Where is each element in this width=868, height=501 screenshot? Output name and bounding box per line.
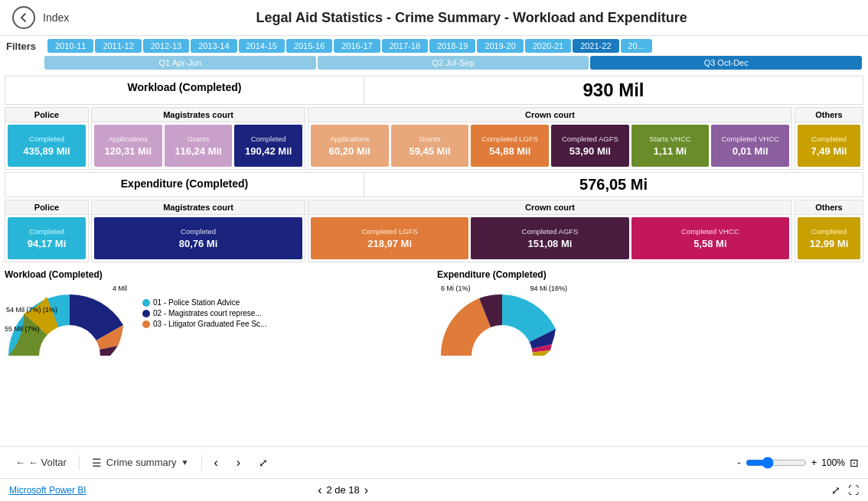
footer-fullscreen-icon[interactable]: ⛶ <box>848 484 859 496</box>
workload-mag-applications-card: Applications 120,31 Mil <box>94 125 162 167</box>
menu-icon: ☰ <box>92 457 102 469</box>
exp-police-completed-card: Completed 94,17 Mi <box>8 217 86 259</box>
card-label: Completed LGFS <box>481 135 537 143</box>
card-value: 7,49 Mil <box>811 145 847 157</box>
workload-donut-wrap: 4 Mil 54 Mil (7%) (1%) 55 Mil (7%) <box>5 283 135 369</box>
year-tab-2014[interactable]: 2014-15 <box>239 39 285 53</box>
expenditure-label: Expenditure (Completed) <box>5 172 364 197</box>
footer-export-icon[interactable]: ⤢ <box>831 484 840 496</box>
exp-crown-group: Crown court Completed LGFS 218,97 Mi Com… <box>308 200 792 262</box>
charts-area: Workload (Completed) <box>5 265 863 369</box>
year-tab-2015[interactable]: 2015-16 <box>286 39 332 53</box>
workload-crown-lgfs-card: Completed LGFS 54,88 Mil <box>471 125 549 167</box>
year-tab-2020[interactable]: 2020-21 <box>525 39 571 53</box>
powerbi-link[interactable]: Microsoft Power BI <box>9 485 86 496</box>
exp-magistrates-cards: Completed 80,76 Mi <box>92 215 305 262</box>
exp-crown-lgfs-card: Completed LGFS 218,97 Mi <box>311 217 468 259</box>
zoom-slider[interactable] <box>746 457 807 469</box>
exp-others-group: Others Completed 12,99 Mi <box>795 200 863 262</box>
toolbar-separator-1 <box>79 455 80 470</box>
exp-crown-header: Crown court <box>308 200 791 215</box>
quarter-tab-q1[interactable]: Q1 Apr-Jun <box>44 56 316 70</box>
workload-annotation-55mil: 55 Mil (7%) <box>5 325 40 333</box>
expenditure-donut-svg <box>437 283 567 367</box>
expand-button[interactable]: ⤢ <box>253 455 274 470</box>
exp-mag-completed-card: Completed 80,76 Mi <box>94 217 302 259</box>
back-arrow-icon: ← <box>15 457 25 468</box>
year-tab-2016[interactable]: 2016-17 <box>334 39 380 53</box>
workload-chart-title: Workload (Completed) <box>5 269 431 280</box>
year-tab-2011[interactable]: 2011-12 <box>95 39 141 53</box>
card-label: Completed <box>181 227 216 236</box>
workload-others-cards: Completed 7,49 Mil <box>795 122 863 169</box>
bottom-toolbar: ← ← Voltar ☰ Crime summary ▼ ‹ › ⤢ - + 1… <box>0 446 868 478</box>
year-tab-2010[interactable]: 2010-11 <box>47 39 93 53</box>
workload-magistrates-header: Magistrates court <box>92 108 305 122</box>
footer-next-icon[interactable]: › <box>364 483 368 497</box>
expenditure-section-header: Expenditure (Completed) 576,05 Mi <box>5 172 863 197</box>
legend-dot-01 <box>142 299 150 307</box>
year-tab-2021[interactable]: 2021-22 <box>573 39 618 53</box>
workload-crown-vhcc-comp-card: Completed VHCC 0,01 Mil <box>711 125 789 167</box>
next-page-button[interactable]: › <box>230 454 246 471</box>
exp-crown-agfs-card: Completed AGFS 151,08 Mi <box>471 217 628 259</box>
index-link[interactable]: Index <box>43 11 69 24</box>
workload-crown-agfs-card: Completed AGFS 53,90 Mil <box>551 125 629 167</box>
year-tabs: 2010-11 2011-12 2012-13 2013-14 2014-15 … <box>47 39 862 53</box>
workload-chart-block: Workload (Completed) <box>5 269 431 369</box>
footer-prev-icon[interactable]: ‹ <box>318 483 321 497</box>
card-label: Completed <box>811 227 847 236</box>
legend-label-01: 01 - Police Station Advice <box>153 298 240 307</box>
card-value: 190,42 Mil <box>245 145 292 157</box>
year-tab-2018[interactable]: 2018-19 <box>429 39 475 53</box>
legend-item-02: 02 - Magistrates court represe... <box>142 309 266 317</box>
card-value: 59,45 Mil <box>409 145 450 157</box>
quarter-tab-q3[interactable]: Q3 Oct-Dec <box>590 56 862 70</box>
legend-label-03: 03 - Litigator Graduated Fee Sc... <box>153 320 266 328</box>
back-button[interactable] <box>12 6 35 29</box>
card-value: 120,31 Mil <box>105 145 152 157</box>
card-label: Applications <box>109 135 148 143</box>
exp-others-cards: Completed 12,99 Mi <box>795 215 863 262</box>
workload-others-group: Others Completed 7,49 Mil <box>795 107 863 170</box>
legend-dot-03 <box>142 320 150 328</box>
workload-police-cards: Completed 435,89 Mil <box>5 122 88 169</box>
footer: Microsoft Power BI ‹ 2 de 18 › ⤢ ⛶ <box>0 478 868 501</box>
expenditure-chart-title: Expenditure (Completed) <box>437 269 863 280</box>
card-value: 5,58 Mi <box>693 238 726 249</box>
zoom-plus[interactable]: + <box>811 457 817 468</box>
crime-summary-label: Crime summary <box>106 457 177 468</box>
workload-crown-grants-card: Grants 59,45 Mil <box>391 125 469 167</box>
year-tab-2019[interactable]: 2019-20 <box>477 39 523 53</box>
workload-crown-group: Crown court Applications 60,20 Mil Grant… <box>308 107 792 170</box>
toolbar-separator-2 <box>201 455 202 470</box>
card-value: 116,24 Mil <box>175 145 221 157</box>
legend-item-01: 01 - Police Station Advice <box>142 298 266 307</box>
workload-donut: 4 Mil 54 Mil (7%) (1%) 55 Mil (7%) <box>5 283 135 369</box>
exp-magistrates-header: Magistrates court <box>92 200 305 215</box>
back-button-toolbar[interactable]: ← ← Voltar <box>9 454 73 471</box>
page-title: Legal Aid Statistics - Crime Summary - W… <box>87 10 856 26</box>
workload-chart-content: 4 Mil 54 Mil (7%) (1%) 55 Mil (7%) 01 - … <box>5 283 431 369</box>
year-tab-2017[interactable]: 2017-18 <box>382 39 428 53</box>
chevron-down-icon: ▼ <box>181 458 189 467</box>
workload-crown-app-card: Applications 60,20 Mil <box>311 125 389 167</box>
workload-annotation-54mil: 54 Mil (7%) (1%) <box>6 306 57 314</box>
zoom-minus[interactable]: - <box>737 457 740 468</box>
zoom-value: 100% <box>821 457 845 468</box>
card-label: Completed VHCC <box>681 227 739 236</box>
workload-mag-grants-card: Grants 116,24 Mil <box>165 125 233 167</box>
year-tab-2012[interactable]: 2012-13 <box>143 39 189 53</box>
workload-others-header: Others <box>795 108 863 122</box>
prev-page-button[interactable]: ‹ <box>208 454 224 471</box>
year-tab-2013[interactable]: 2013-14 <box>191 39 237 53</box>
quarter-tab-q2[interactable]: Q2 Jul-Sep <box>318 56 589 70</box>
card-value: 80,76 Mi <box>179 238 218 249</box>
exp-magistrates-group: Magistrates court Completed 80,76 Mi <box>91 200 305 262</box>
page-selector[interactable]: ☰ Crime summary ▼ <box>86 454 195 472</box>
fit-to-screen-icon[interactable]: ⊡ <box>850 457 859 469</box>
workload-police-completed-card: Completed 435,89 Mil <box>8 125 86 167</box>
workload-police-header: Police <box>5 108 88 122</box>
year-tab-2022[interactable]: 20... <box>621 39 652 53</box>
footer-icons: ⤢ ⛶ <box>831 484 859 496</box>
